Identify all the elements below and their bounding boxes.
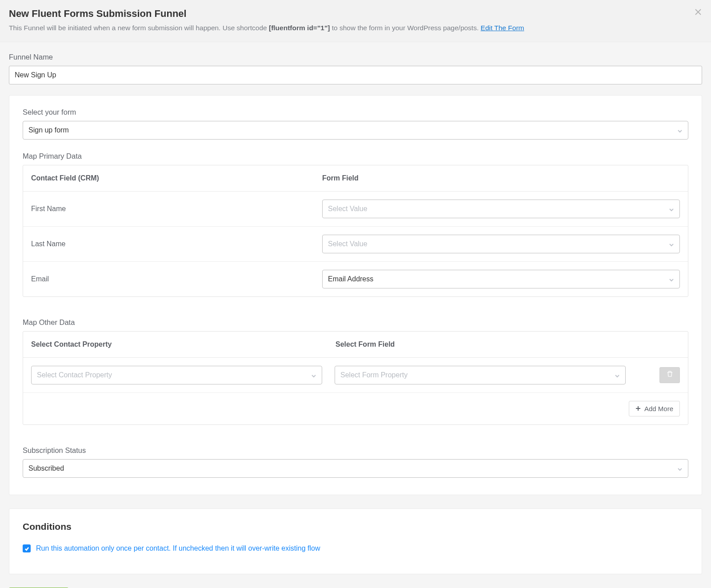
crm-field-label: Email — [31, 275, 322, 283]
dialog-header: New Fluent Forms Submission Funnel This … — [0, 0, 711, 42]
table-row: Select Contact Property Select Form Prop… — [23, 358, 688, 393]
trash-icon — [667, 371, 673, 380]
chevron-down-icon — [669, 276, 674, 282]
crm-field-label: First Name — [31, 205, 322, 213]
dropdown-placeholder: Select Value — [328, 240, 367, 248]
dialog-description: This Funnel will be initiated when a new… — [9, 24, 702, 32]
map-primary-table: Contact Field (CRM) Form Field First Nam… — [23, 165, 688, 297]
dialog-title: New Fluent Forms Submission Funnel — [9, 8, 702, 20]
map-primary-col1: Contact Field (CRM) — [31, 174, 322, 182]
map-other-footer: Add More — [23, 393, 688, 424]
select-form-label: Select your form — [23, 108, 688, 116]
map-primary-col2: Form Field — [322, 174, 680, 182]
form-field-dropdown[interactable]: Email Address — [322, 270, 680, 288]
desc-suffix: to show the form in your WordPress page/… — [330, 24, 480, 32]
form-field-dropdown[interactable]: Select Value — [322, 200, 680, 218]
run-once-label[interactable]: Run this automation only once per contac… — [36, 544, 320, 552]
map-other-col1: Select Contact Property — [31, 340, 336, 348]
crm-field-label: Last Name — [31, 240, 322, 248]
run-once-checkbox[interactable] — [23, 544, 31, 552]
select-form-value: Sign up form — [28, 126, 69, 134]
contact-property-dropdown[interactable]: Select Contact Property — [31, 366, 322, 384]
table-row: First Name Select Value — [23, 192, 688, 227]
edit-form-link[interactable]: Edit The Form — [481, 24, 524, 32]
subscription-status-dropdown[interactable]: Subscribed — [23, 459, 688, 478]
chevron-down-icon — [311, 372, 316, 378]
dropdown-value: Email Address — [328, 275, 373, 283]
dropdown-placeholder: Select Value — [328, 205, 367, 213]
dropdown-placeholder: Select Contact Property — [37, 371, 112, 379]
conditions-card: Conditions Run this automation only once… — [9, 508, 702, 574]
funnel-name-group: Funnel Name — [9, 53, 702, 84]
map-other-header: Select Contact Property Select Form Fiel… — [23, 332, 688, 358]
delete-row-button[interactable] — [659, 367, 680, 383]
run-once-row: Run this automation only once per contac… — [23, 544, 688, 552]
map-primary-label: Map Primary Data — [23, 152, 688, 160]
select-form-dropdown[interactable]: Sign up form — [23, 121, 688, 140]
chevron-down-icon — [669, 206, 674, 212]
plus-icon — [635, 405, 641, 412]
chevron-down-icon — [677, 466, 683, 471]
funnel-name-input[interactable] — [9, 66, 702, 84]
chevron-down-icon — [669, 241, 674, 247]
funnel-name-label: Funnel Name — [9, 53, 702, 61]
add-more-button[interactable]: Add More — [629, 401, 680, 416]
map-primary-header: Contact Field (CRM) Form Field — [23, 165, 688, 192]
map-other-label: Map Other Data — [23, 318, 688, 327]
close-icon[interactable] — [694, 8, 702, 16]
add-more-label: Add More — [644, 405, 673, 412]
form-property-dropdown[interactable]: Select Form Property — [335, 366, 626, 384]
chevron-down-icon — [615, 372, 620, 378]
form-field-dropdown[interactable]: Select Value — [322, 235, 680, 253]
form-settings-card: Select your form Sign up form Map Primar… — [9, 95, 702, 495]
shortcode-text: [fluentform id="1"] — [269, 24, 330, 32]
desc-prefix: This Funnel will be initiated when a new… — [9, 24, 269, 32]
map-other-table: Select Contact Property Select Form Fiel… — [23, 331, 688, 425]
table-row: Email Email Address — [23, 262, 688, 296]
chevron-down-icon — [677, 128, 683, 133]
subscription-value: Subscribed — [28, 464, 64, 472]
map-other-col2: Select Form Field — [336, 340, 680, 348]
subscription-label: Subscription Status — [23, 446, 688, 455]
conditions-title: Conditions — [23, 521, 688, 532]
dropdown-placeholder: Select Form Property — [340, 371, 407, 379]
table-row: Last Name Select Value — [23, 227, 688, 262]
